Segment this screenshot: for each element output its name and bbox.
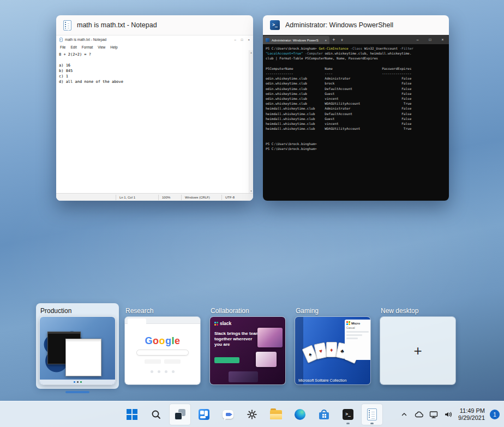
terminal-line [266,136,446,141]
terminal-line: odin.whiskeytime.club Guest False [266,91,446,96]
powershell-icon: >_ [270,20,280,30]
terminal-icon: >_ [343,409,353,420]
desktop-card-new[interactable]: New desktop + [376,303,459,389]
terminal-line: "LocalAccount=True" -Computer odin.whisk… [266,51,446,56]
mini-search-bar [136,350,189,356]
terminal-tab: Administrator: Windows PowerS × [263,36,329,44]
gear-icon [247,409,257,420]
desktop-label: Collaboration [210,306,285,317]
desktop-card-production[interactable]: Production [36,303,119,389]
scroll-up-icon: ▴ [250,51,252,54]
tray-chevron-up-button[interactable] [399,410,409,419]
notepad-icon [63,20,71,31]
task-view-button[interactable] [169,404,191,425]
status-line-ending: Windows (CRLF) [181,195,221,200]
terminal-line: club | Format-Table PSComputerName, Name… [266,56,446,61]
terminal-line: heimdall.whiskeytime.club DefaultAccount… [266,111,446,116]
clock-time: 11:49 PM [458,407,485,415]
notepad-window-preview[interactable]: math is math.txt - Notepad – □ × FileEdi… [56,35,253,201]
notepad-text-area: 8 + 2(2+2) = ?a) 16b) 845c) 1d) all and … [56,50,249,193]
taskbar-clock[interactable]: 11:49 PM 9/29/2021 [458,407,485,422]
desktop-thumbnail-production[interactable] [40,317,115,384]
search-button[interactable] [145,404,167,425]
terminal-line: PS C:\Users\brock.bingham> Get-CimInstan… [266,46,446,51]
terminal-line: odin.whiskeytime.club Administrator Fals… [266,76,446,81]
photo-tile [256,352,277,367]
desktop-thumbnail-research[interactable]: Google [125,317,200,384]
search-icon [151,409,161,420]
task-view-icon [175,409,185,420]
settings-button[interactable] [241,404,263,425]
notepad-menu-edit[interactable]: Edit [70,45,76,49]
notepad-menu-view[interactable]: View [98,45,105,49]
close-icon: × [248,38,250,41]
terminal-line: odin.whiskeytime.club WDAGUtilityAccount… [266,101,446,106]
terminal-button[interactable]: >_ [337,404,359,425]
powershell-window-preview[interactable]: Administrator: Windows PowerS × + ∨ – □ … [263,35,449,201]
terminal-line: odin.whiskeytime.club vincent False [266,96,446,101]
desktop-card-collaboration[interactable]: Collaboration slack Slack brings the tea… [206,303,289,389]
store-button[interactable] [313,404,335,425]
terminal-line: heimdall.whiskeytime.club WDAGUtilityAcc… [266,126,446,131]
running-indicator [346,423,350,424]
window-thumb-notepad[interactable]: math is math.txt - Notepad math is math.… [56,15,253,201]
desktops-strip: Production Research Google [36,303,459,389]
terminal-line [266,61,446,66]
edge-icon [295,409,305,420]
chat-button[interactable] [217,404,239,425]
task-view-screen: math is math.txt - Notepad math is math.… [0,0,504,427]
system-tray: 11:49 PM 9/29/2021 1 [399,401,500,427]
scroll-down-icon: ▾ [250,189,252,193]
clock-date: 9/29/2021 [458,414,485,422]
volume-button[interactable] [443,410,453,419]
solitaire-caption: Microsoft Solitaire Collection [298,378,346,382]
file-explorer-button[interactable] [265,404,287,425]
notification-badge[interactable]: 1 [490,410,500,419]
desktop-label: Gaming [295,306,370,317]
terminal-titlebar: Administrator: Windows PowerS × + ∨ – □ … [263,35,449,44]
window-thumb-header-notepad[interactable]: math is math.txt - Notepad [56,15,253,35]
network-button[interactable] [429,410,439,419]
notepad-text-line: c) 1 [59,74,246,79]
terminal-line: -------------- ---- --------------- [266,71,446,76]
terminal-line: heimdall.whiskeytime.club vincent False [266,121,446,126]
desktop-thumbnail-gaming[interactable]: ♠♥♦♣♥ Micro Casual Microsoft Solitaire C… [295,317,370,384]
slack-cta-button [214,357,239,363]
status-zoom-level: 100% [158,195,181,200]
folder-icon [270,410,282,419]
window-thumb-powershell[interactable]: >_ Administrator: Windows PowerShell Adm… [263,15,449,201]
active-desktop-indicator [65,391,89,393]
chevron-down-icon: ∨ [338,35,346,44]
notepad-button[interactable] [361,404,383,425]
notepad-menu-format[interactable]: Format [82,45,93,49]
start-button[interactable] [121,404,143,425]
widgets-button[interactable] [193,404,215,425]
edge-button[interactable] [289,404,311,425]
close-icon: × [436,35,449,44]
plus-icon: + [413,342,422,359]
terminal-tab-title: Administrator: Windows PowerS [272,39,319,42]
status-cursor-position: Ln 1, Col 1 [116,195,158,200]
window-thumb-header-powershell[interactable]: >_ Administrator: Windows PowerShell [263,15,449,35]
playing-card: ♦ [326,342,337,357]
terminal-line: heimdall.whiskeytime.club Guest False [266,116,446,121]
desktop-label: Research [125,306,200,317]
google-logo: Google [125,335,200,347]
mini-taskbar [40,380,115,384]
window-thumb-title: Administrator: Windows PowerShell [285,21,393,29]
speaker-icon [444,411,453,418]
desktop-card-research[interactable]: Research Google [121,303,204,389]
notepad-menu-help[interactable]: Help [110,45,117,49]
mini-browser-bar [125,317,200,324]
photo-tile [257,328,283,347]
desktop-card-gaming[interactable]: Gaming ♠♥♦♣♥ Micro Casual Microsoft Soli… [291,303,374,389]
notepad-text-line: a) 16 [59,63,246,68]
terminal-line: odin.whiskeytime.club brock False [266,81,446,86]
notepad-menu-file[interactable]: File [60,45,65,49]
chat-icon [223,410,233,419]
notepad-statusbar: Ln 1, Col 1 100% Windows (CRLF) UTF-8 [56,193,253,201]
network-icon [429,411,438,419]
new-desktop-button[interactable]: + [380,317,455,384]
onedrive-button[interactable] [414,410,424,419]
desktop-thumbnail-collaboration[interactable]: slack Slack brings the team together whe… [210,317,285,384]
